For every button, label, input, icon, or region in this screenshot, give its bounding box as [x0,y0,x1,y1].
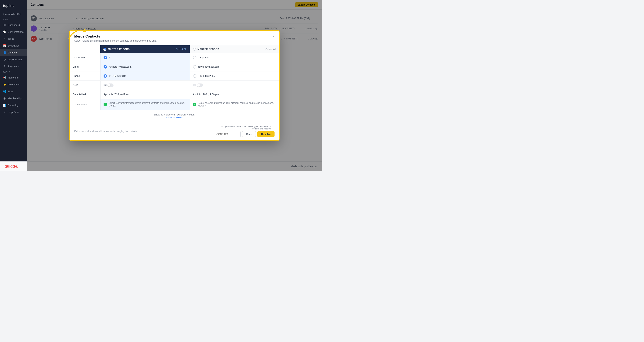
field-label: DND [70,80,100,90]
left-field-value: April 4th 2024, 8:47 am [100,90,190,99]
left-field-value[interactable]: T [100,53,190,62]
right-record-header: MASTER RECORD Select All [190,46,279,53]
records-header-row: MASTER RECORD Select All MASTER RECORD [70,46,279,53]
right-dnd-toggle[interactable]: ✕ [193,84,203,87]
right-header-left: MASTER RECORD [193,48,220,51]
sidebar-item-reporting[interactable]: 📊 Reporting [0,102,27,108]
main-content: Contacts Export Contacts MS Michael Scot… [27,0,322,171]
field-label: Conversation [70,99,100,110]
right-conversation-checkbox[interactable]: ✓ [193,103,196,106]
left-field-radio[interactable] [104,65,107,68]
dashboard-icon: ⊞ [3,23,6,26]
modal-header-content: Merge Contacts Select relevant informati… [74,34,156,42]
toggle-x-icon: ✕ [104,84,107,86]
section-apps-label: Apps [0,17,27,22]
sidebar-item-label: Payments [8,65,19,68]
modal-close-button[interactable]: × [272,34,274,38]
sidebar-item-automation[interactable]: ⚡ Automation [0,81,27,88]
field-row-dnd: DND ✕ ✕ [70,80,279,90]
footer-warning-text: Fields not visible above will be lost wh… [74,130,137,133]
left-record-column: MASTER RECORD Select All [100,46,190,53]
sidebar-item-conversations[interactable]: 💬 Conversations [0,28,27,35]
sidebar-item-contacts[interactable]: 👤 Contacts [0,49,27,56]
sites-icon: 🌐 [3,90,6,93]
toggle-track[interactable] [197,84,203,87]
sidebar-item-marketing[interactable]: 📢 Marketing [0,74,27,81]
left-value-text: T [109,56,110,59]
sidebar-item-payments[interactable]: $ Payments [0,63,27,70]
right-field-radio[interactable] [193,56,196,59]
left-dnd-value: ✕ [100,80,190,90]
left-select-all-link[interactable]: Select All [176,48,186,50]
toggle-track[interactable] [108,84,114,87]
left-value-text: April 4th 2024, 8:47 am [104,93,129,96]
left-header-left: MASTER RECORD [104,48,130,51]
tasks-icon: ✓ [3,37,6,40]
resolve-button[interactable]: Resolve [257,131,274,137]
memberships-icon: ◉ [3,97,6,100]
right-value-text: Select relevant information from differe… [198,102,276,107]
left-record-label: MASTER RECORD [108,48,130,50]
right-field-value[interactable]: +13468902265 [190,72,279,80]
modal-subtitle: Select relevant information from differe… [74,39,156,42]
sidebar-item-label: Memberships [8,97,22,100]
sidebar: topline Dunder Mifflin [D...] Apps ⊞ Das… [0,0,27,171]
sidebar-item-memberships[interactable]: ◉ Memberships [0,95,27,102]
left-field-radio[interactable] [104,56,107,59]
sidebar-item-scheduler[interactable]: 📅 Scheduler [0,42,27,49]
left-master-radio[interactable] [104,48,106,51]
help-desk-icon: ? [3,110,6,114]
showing-text: Showing Fields With Different Values. [74,113,274,116]
right-value-text: April 3rd 2024, 1:00 pm [193,93,219,96]
sidebar-item-help-desk[interactable]: ? Help Desk [0,108,27,116]
fields-table: Last Name T Targaryen [70,53,279,110]
contacts-icon: 👤 [3,51,6,54]
right-field-radio[interactable] [193,74,196,78]
sidebar-item-tasks[interactable]: ✓ Tasks [0,35,27,42]
field-row-date-added: Date Added April 4th 2024, 8:47 am April… [70,90,279,99]
confirm-input[interactable] [214,131,241,137]
showing-fields-section: Showing Fields With Different Values. Sh… [70,110,279,122]
sidebar-item-dashboard[interactable]: ⊞ Dashboard [0,22,27,28]
left-field-value[interactable]: +13452678910 [100,72,190,80]
left-field-value[interactable]: raynera7@hotd.com [100,62,190,71]
marketing-icon: 📢 [3,76,6,79]
back-button[interactable]: Back [242,131,256,137]
right-field-value[interactable]: Targaryen [190,53,279,62]
automation-icon: ⚡ [3,83,6,86]
footer-note-text: This operation is irreversible, please t… [214,125,271,130]
right-master-radio[interactable] [193,48,196,51]
footer-actions: This operation is irreversible, please t… [214,125,274,137]
left-field-radio[interactable] [104,74,107,78]
right-field-value[interactable]: raynera@hotd.com [190,62,279,71]
sidebar-item-label: Tasks [8,37,14,40]
modal-body: MASTER RECORD Select All MASTER RECORD [70,46,279,122]
right-value-text: +13468902265 [198,74,215,77]
right-field-value: April 3rd 2024, 1:00 pm [190,90,279,99]
left-value-text: Select relevant information from differe… [108,102,187,107]
sidebar-item-label: Opportunities [8,58,22,61]
toggle-thumb [197,84,200,86]
right-field-radio[interactable] [193,65,196,68]
right-record-column: MASTER RECORD Select All [190,46,279,53]
sidebar-item-sites[interactable]: 🌐 Sites [0,88,27,95]
left-conversation-value: ✓ Select relevant information from diffe… [100,99,190,110]
sidebar-item-label: Scheduler [8,44,19,47]
payments-icon: $ [3,65,6,68]
toggle-x-icon: ✕ [193,84,196,86]
left-value-text: +13452678910 [109,74,126,77]
toggle-thumb [108,84,110,86]
app-logo: topline [0,2,27,11]
company-name: Dunder Mifflin [D...] [0,11,27,17]
left-conversation-checkbox[interactable]: ✓ [104,103,107,106]
show-all-fields-link[interactable]: Show All Fields [74,116,274,119]
right-value-text: raynera@hotd.com [198,65,220,68]
left-dnd-toggle[interactable]: ✕ [104,84,114,87]
modal-footer: Fields not visible above will be lost wh… [70,122,279,140]
sidebar-item-label: Sites [8,90,13,93]
sidebar-item-opportunities[interactable]: ◇ Opportunities [0,56,27,63]
scheduler-icon: 📅 [3,44,6,47]
sidebar-item-label: Contacts [8,51,18,54]
opportunities-icon: ◇ [3,58,6,61]
right-select-all-link[interactable]: Select All [266,48,276,50]
